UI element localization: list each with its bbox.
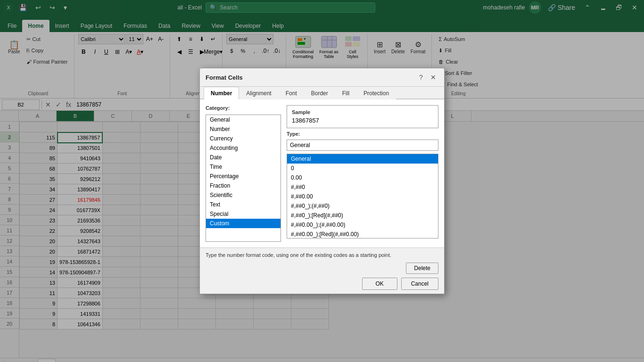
- category-item[interactable]: Currency: [206, 134, 281, 143]
- dialog-tab-alignment[interactable]: Alignment: [239, 87, 278, 99]
- type-label: Type:: [287, 131, 438, 137]
- sample-label: Sample: [292, 109, 433, 115]
- type-item[interactable]: #,##0.00_);(#,##0.00): [287, 220, 438, 230]
- dialog-footer: Type the number format code, using one o…: [200, 247, 444, 294]
- dialog-help-btn[interactable]: ?: [416, 72, 426, 82]
- type-item[interactable]: #,##0_);(#,##0): [287, 201, 438, 211]
- category-item[interactable]: Number: [206, 124, 281, 134]
- category-item[interactable]: Date: [206, 153, 281, 162]
- dialog-tab-border[interactable]: Border: [304, 87, 335, 99]
- category-item[interactable]: Fraction: [206, 181, 281, 190]
- dialog-title: Format Cells: [206, 74, 243, 81]
- dialog-tab-number[interactable]: Number: [204, 87, 239, 99]
- dialog-title-btns: ? ✕: [416, 72, 438, 82]
- dialog-tab-fill[interactable]: Fill: [335, 87, 356, 99]
- type-item[interactable]: 0: [287, 164, 438, 173]
- type-item[interactable]: #,##0_);[Red](#,##0): [287, 211, 438, 220]
- dialog-ok-btn[interactable]: OK: [362, 278, 397, 290]
- type-item[interactable]: 0.00: [287, 173, 438, 182]
- dialog-tab-font[interactable]: Font: [279, 87, 304, 99]
- dialog-close-btn[interactable]: ✕: [428, 72, 438, 82]
- category-item[interactable]: Text: [206, 200, 281, 209]
- type-list-container[interactable]: General00.00#,##0#,##0.00#,##0_);(#,##0)…: [287, 154, 438, 239]
- category-panel: Category: GeneralNumberCurrencyAccountin…: [206, 105, 281, 242]
- type-item[interactable]: #,##0: [287, 182, 438, 192]
- category-item[interactable]: General: [206, 115, 281, 124]
- category-item[interactable]: Percentage: [206, 172, 281, 181]
- dialog-tab-protection[interactable]: Protection: [356, 87, 396, 99]
- dialog-cancel-btn[interactable]: Cancel: [401, 278, 438, 290]
- format-cells-dialog: Format Cells ? ✕ Number Alignment Font B…: [199, 68, 445, 294]
- ok-cancel-row: OK Cancel: [206, 278, 438, 290]
- category-list[interactable]: GeneralNumberCurrencyAccountingDateTimeP…: [206, 115, 281, 242]
- category-item[interactable]: Special: [206, 209, 281, 219]
- category-item[interactable]: Time: [206, 162, 281, 172]
- hint-text: Type the number format code, using one o…: [206, 252, 438, 259]
- type-input[interactable]: [287, 140, 438, 151]
- dialog-titlebar: Format Cells ? ✕: [200, 68, 444, 87]
- type-item[interactable]: #,##0.00: [287, 192, 438, 201]
- type-panel: Sample 13867857 Type: General00.00#,##0#…: [287, 105, 438, 242]
- dialog-body: Category: GeneralNumberCurrencyAccountin…: [200, 99, 444, 247]
- modal-overlay: Format Cells ? ✕ Number Alignment Font B…: [0, 0, 644, 362]
- sample-value: 13867857: [292, 117, 433, 124]
- category-item[interactable]: Accounting: [206, 143, 281, 153]
- sample-box: Sample 13867857: [287, 105, 438, 128]
- delete-row: Delete: [206, 263, 438, 274]
- type-item[interactable]: General: [287, 154, 438, 164]
- category-item[interactable]: Scientific: [206, 190, 281, 200]
- type-item[interactable]: #,##0.00_);[Red](#,##0.00): [287, 230, 438, 239]
- category-label: Category:: [206, 105, 281, 111]
- category-item[interactable]: Custom: [206, 219, 281, 228]
- format-delete-btn[interactable]: Delete: [406, 263, 438, 274]
- dialog-tabs: Number Alignment Font Border Fill Protec…: [200, 87, 444, 99]
